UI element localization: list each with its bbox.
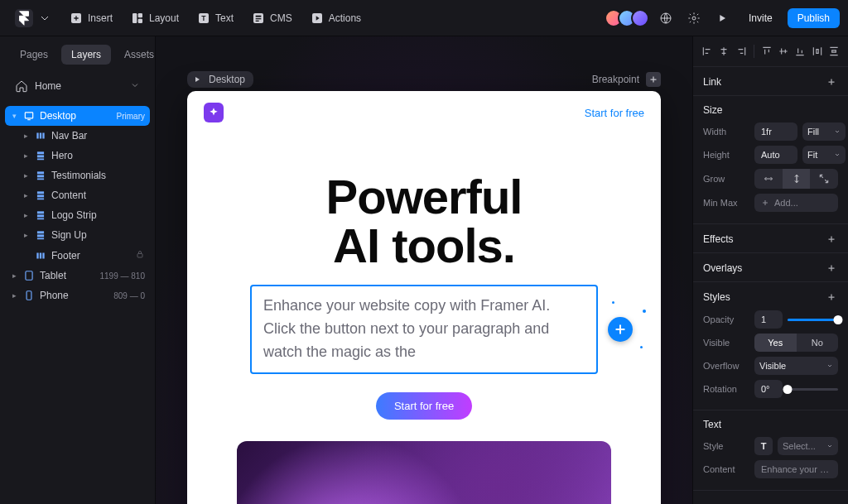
cms-menu[interactable]: CMS: [245, 8, 299, 28]
add-effect-button[interactable]: [825, 233, 838, 246]
rotation-input[interactable]: 0°: [754, 380, 783, 398]
actions-menu[interactable]: Actions: [304, 8, 368, 28]
minmax-add-button[interactable]: Add...: [754, 194, 838, 212]
svg-rect-23: [37, 175, 44, 177]
layout-menu[interactable]: Layout: [124, 8, 186, 28]
tab-layers[interactable]: Layers: [61, 45, 111, 65]
align-hcenter-button[interactable]: [718, 43, 730, 60]
layer-tablet[interactable]: ▸ Tablet 1199 — 810: [5, 266, 150, 286]
ai-rewrite-button[interactable]: [608, 317, 633, 342]
frame-title-chip[interactable]: Desktop: [187, 71, 253, 88]
opacity-slider[interactable]: [788, 319, 838, 321]
canvas[interactable]: Desktop Breakpoint Start for free P: [156, 36, 692, 504]
visible-no-button[interactable]: No: [797, 334, 839, 352]
layer-label: Footer: [51, 250, 130, 262]
sparkle-icon: [612, 301, 614, 304]
hero-title[interactable]: Powerful AI tools.: [220, 172, 628, 270]
layout-label: Layout: [149, 12, 179, 24]
text-menu[interactable]: T Text: [190, 8, 240, 28]
section-size: Size Width 1fr Fill Height Auto Fit Grow: [693, 96, 848, 224]
overflow-select[interactable]: Visible: [754, 357, 838, 375]
cms-icon: [252, 12, 265, 25]
row-icon: [35, 250, 46, 262]
layer-phone[interactable]: ▸ Phone 809 — 0: [5, 286, 150, 305]
svg-rect-18: [42, 133, 44, 139]
align-top-button[interactable]: [761, 43, 773, 60]
caret-down-icon: ▾: [10, 112, 18, 120]
hero-paragraph-selected[interactable]: Enhance your website copy with Framer AI…: [250, 285, 598, 374]
width-mode-select[interactable]: Fill: [802, 122, 846, 141]
align-right-button[interactable]: [735, 43, 747, 60]
layer-meta: 1199 — 810: [100, 271, 146, 281]
overflow-label: Overflow: [703, 361, 749, 371]
grow-v-button[interactable]: [783, 169, 811, 189]
page-frame[interactable]: Start for free Powerful AI tools. Enhanc…: [187, 91, 661, 504]
visible-yes-button[interactable]: Yes: [754, 334, 797, 352]
text-style-label: Style: [703, 441, 749, 451]
frame-title: Desktop: [209, 74, 245, 85]
caret-right-icon: ▸: [22, 151, 30, 160]
height-input[interactable]: Auto: [754, 146, 797, 164]
app-menu[interactable]: [8, 6, 58, 31]
page-selector[interactable]: Home: [8, 74, 147, 98]
svg-rect-35: [40, 252, 41, 258]
add-link-button[interactable]: [825, 75, 838, 89]
layer-navbar[interactable]: ▸ Nav Bar: [5, 126, 150, 146]
section-link: Link: [693, 67, 848, 96]
layer-label: Content: [51, 190, 145, 201]
svg-rect-1: [132, 13, 137, 23]
text-style-select[interactable]: Select...: [778, 437, 838, 455]
insert-menu[interactable]: Insert: [63, 8, 119, 28]
svg-rect-36: [42, 252, 44, 258]
insert-label: Insert: [88, 12, 113, 24]
rotation-label: Rotation: [703, 384, 749, 394]
svg-rect-32: [37, 234, 44, 237]
layer-label: Desktop: [40, 110, 112, 122]
layer-content[interactable]: ▸ Content: [5, 185, 150, 205]
height-mode-select[interactable]: Fit: [802, 146, 846, 164]
collaborator-avatars[interactable]: [610, 9, 649, 27]
grow-both-button[interactable]: [810, 169, 838, 189]
cms-label: CMS: [270, 12, 292, 24]
align-left-button[interactable]: [701, 43, 713, 60]
layer-sign-up[interactable]: ▸ Sign Up: [5, 225, 150, 245]
publish-button[interactable]: Publish: [788, 8, 840, 28]
align-vcenter-button[interactable]: [778, 43, 789, 60]
add-overlay-button[interactable]: [825, 262, 838, 275]
invite-button[interactable]: Invite: [739, 8, 783, 28]
visible-toggle: Yes No: [754, 334, 838, 352]
add-breakpoint-button[interactable]: [646, 72, 661, 87]
preview-button[interactable]: [711, 7, 734, 30]
rotation-slider[interactable]: [788, 388, 838, 391]
globe-button[interactable]: [654, 7, 677, 30]
layers-tree: ▾ Desktop Primary ▸ Nav Bar ▸ Hero ▸ Tes…: [0, 103, 155, 309]
opacity-input[interactable]: 1: [754, 310, 783, 329]
section-title: Size: [703, 104, 722, 116]
svg-rect-33: [37, 238, 44, 240]
section-styles: Styles Opacity 1 Visible Yes No Overflow…: [693, 282, 848, 410]
chevron-down-icon: [38, 12, 51, 25]
layer-desktop[interactable]: ▾ Desktop Primary: [5, 106, 150, 126]
layer-testimonials[interactable]: ▸ Testimonials: [5, 166, 150, 185]
distribute-v-button[interactable]: [828, 43, 840, 60]
section-effects: Effects: [693, 224, 848, 253]
width-input[interactable]: 1fr: [754, 122, 797, 141]
text-style-chip[interactable]: T: [754, 437, 773, 455]
svg-marker-40: [195, 77, 200, 82]
text-content-input[interactable]: Enhance your web...: [754, 460, 838, 478]
distribute-h-button[interactable]: [811, 43, 822, 60]
layer-hero[interactable]: ▸ Hero: [5, 146, 150, 166]
settings-button[interactable]: [682, 7, 706, 30]
grow-h-button[interactable]: [754, 169, 783, 189]
add-style-button[interactable]: [825, 290, 838, 304]
hero-cta-button[interactable]: Start for free: [376, 392, 472, 420]
align-bottom-button[interactable]: [794, 43, 806, 60]
tab-pages[interactable]: Pages: [10, 45, 58, 65]
layer-logo-strip[interactable]: ▸ Logo Strip: [5, 205, 150, 225]
column-icon: [35, 170, 46, 181]
layer-footer[interactable]: Footer: [5, 245, 150, 266]
hero-image[interactable]: [237, 441, 611, 504]
caret-right-icon: ▸: [22, 132, 30, 140]
svg-rect-20: [37, 155, 44, 157]
nav-cta-link[interactable]: Start for free: [585, 107, 644, 119]
